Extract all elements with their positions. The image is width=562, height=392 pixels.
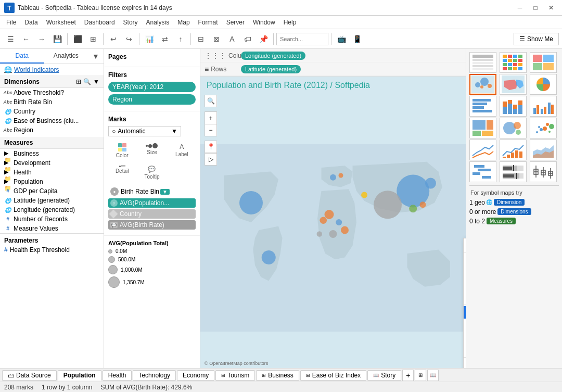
show-me-button[interactable]: ☰ Show Me <box>514 33 559 45</box>
measure-longitude[interactable]: 🌐 Longitude (generated) <box>0 205 104 214</box>
tab-analytics[interactable]: Analytics <box>44 49 88 64</box>
columns-pill[interactable]: Longitude (generated) <box>241 52 305 60</box>
thumb-scatter[interactable] <box>530 118 557 138</box>
measure-development[interactable]: ▶ 📁 Development <box>0 158 104 168</box>
filter-region[interactable]: Region <box>108 94 196 105</box>
ctx-drop-lines[interactable]: Drop Lines › <box>464 344 466 356</box>
menu-server[interactable]: Server <box>222 18 249 27</box>
thumb-stacked-bars[interactable] <box>500 96 527 117</box>
marks-country[interactable]: Country <box>108 209 196 219</box>
dim-birth-rate-bin[interactable]: Abc Birth Rate Bin <box>0 97 104 107</box>
panel-options-icon[interactable]: ▼ <box>88 49 104 64</box>
close-button[interactable]: ✕ <box>544 3 558 13</box>
map-search-button[interactable]: 🔍 <box>205 95 217 107</box>
measure-population[interactable]: ▶ 📁 Population <box>0 177 104 186</box>
measure-business[interactable]: ▶ 📁 Business <box>0 149 104 158</box>
toolbar-undo[interactable]: ↩ <box>106 32 121 46</box>
thumb-area-chart[interactable] <box>530 140 557 160</box>
tab-data[interactable]: Data <box>0 49 44 64</box>
ctx-trend-lines[interactable]: Trend Lines › <box>464 319 466 331</box>
tab-health[interactable]: Health <box>103 370 132 381</box>
toolbar-fit-height[interactable]: ⊠ <box>209 32 224 46</box>
thumb-line-chart[interactable] <box>469 140 496 160</box>
marks-color-ctrl[interactable]: Color <box>108 141 136 161</box>
menu-analysis[interactable]: Analysis <box>142 18 174 27</box>
thumb-text-table[interactable] <box>469 52 496 73</box>
dimensions-grid-icon[interactable]: ⊞ <box>76 78 81 85</box>
dim-country[interactable]: 🌐 Country <box>0 107 104 116</box>
ctx-forecast[interactable]: Forecast › <box>464 331 466 344</box>
marks-avg-birth-rate[interactable]: 💬 AVG(Birth Rate) <box>108 220 196 230</box>
tab-ease-of-biz[interactable]: ⊞ Ease of Biz Index <box>300 370 366 381</box>
toolbar-pin[interactable]: 📌 <box>256 32 271 46</box>
param-health-exp[interactable]: # Health Exp Threshold <box>4 245 99 255</box>
toolbar-save-button[interactable]: 💾 <box>50 32 65 46</box>
marks-avg-population[interactable]: ○ AVG(Population... <box>108 198 196 208</box>
menu-file[interactable]: File <box>2 18 20 27</box>
ctx-edit-locations[interactable]: Edit Locations... <box>464 291 466 304</box>
thumb-dual-line[interactable] <box>500 140 527 160</box>
tab-population[interactable]: Population <box>58 370 101 381</box>
menu-dashboard[interactable]: Dashboard <box>80 18 119 27</box>
thumb-heat-map[interactable] <box>500 52 527 73</box>
tab-business[interactable]: ⊞ Business <box>256 370 299 381</box>
toolbar-device[interactable]: 📱 <box>350 32 364 46</box>
thumb-pie-chart[interactable] <box>530 74 557 95</box>
toolbar-forward-button[interactable]: → <box>34 32 49 46</box>
toolbar-swap[interactable]: ⇄ <box>158 32 172 46</box>
toolbar-connect-data[interactable]: ⊞ <box>86 32 100 46</box>
ctx-copy[interactable]: Copy › <box>464 266 466 279</box>
thumb-gantt[interactable] <box>469 161 496 182</box>
ctx-format[interactable]: Format... <box>464 279 466 291</box>
thumb-horizontal-bars[interactable] <box>469 96 496 117</box>
tab-technology[interactable]: Technology <box>133 370 176 381</box>
dim-region[interactable]: Abc Region <box>0 125 104 135</box>
map-navigate-button[interactable]: ▷ <box>205 153 217 166</box>
toolbar-navigate-back[interactable]: ☰ <box>3 32 18 46</box>
tab-economy[interactable]: Economy <box>177 370 214 381</box>
add-dashboard-button[interactable]: ⊞ <box>415 370 426 381</box>
ctx-view-data[interactable]: View Data... <box>464 254 466 266</box>
measure-latitude[interactable]: 🌐 Latitude (generated) <box>0 196 104 205</box>
thumb-bullet[interactable] <box>500 161 527 182</box>
map-zoom-out[interactable]: − <box>205 124 217 136</box>
menu-worksheet[interactable]: Worksheet <box>42 18 80 27</box>
marks-birth-rate-bin[interactable]: ● Birth Rate Bin ▼ <box>108 186 196 197</box>
add-tab-button[interactable]: + <box>402 370 414 381</box>
tab-story[interactable]: 📖 Story <box>367 370 401 381</box>
toolbar-highlight[interactable]: A <box>225 32 239 46</box>
toolbar-sort-asc[interactable]: ↑ <box>173 32 188 46</box>
toolbar-label[interactable]: 🏷 <box>240 32 255 46</box>
dim-above-threshold[interactable]: Abc Above Threshold? <box>0 88 104 97</box>
toolbar-chart-type[interactable]: 📊 <box>142 32 157 46</box>
ctx-select-all[interactable]: Select All <box>464 238 466 251</box>
marks-type-dropdown[interactable]: ○Automatic ▼ <box>108 126 196 136</box>
ctx-annotate[interactable]: Annotate › <box>464 306 466 319</box>
dimensions-expand-icon[interactable]: ▼ <box>93 78 99 85</box>
measure-health[interactable]: ▶ 📁 Health <box>0 168 104 177</box>
marks-label-ctrl[interactable]: A Label <box>168 141 196 161</box>
toolbar-fit-width[interactable]: ⊟ <box>194 32 208 46</box>
toolbar-search[interactable] <box>276 33 328 45</box>
thumb-highlight-table[interactable] <box>530 52 557 73</box>
minimize-button[interactable]: ─ <box>513 3 527 13</box>
thumb-symbol-map[interactable] <box>469 74 496 95</box>
ctx-hide-toolbar[interactable]: 👁 Hide View Toolbar <box>464 359 466 368</box>
thumb-circles[interactable] <box>500 118 527 138</box>
map-pin-button[interactable]: 📍 <box>205 141 217 153</box>
toolbar-redo[interactable]: ↪ <box>122 32 136 46</box>
toolbar-present[interactable]: 📺 <box>334 32 349 46</box>
map-zoom-in[interactable]: + <box>205 111 217 124</box>
data-source-name[interactable]: World Indicators <box>14 66 59 73</box>
menu-data[interactable]: Data <box>20 18 42 27</box>
thumb-side-bars[interactable] <box>530 96 557 117</box>
dimensions-search-icon[interactable]: 🔍 <box>83 78 91 85</box>
marks-tooltip-ctrl[interactable]: 💬 Tooltip <box>138 163 165 182</box>
menu-help[interactable]: Help <box>279 18 301 27</box>
tab-tourism[interactable]: ⊞ Tourism <box>215 370 255 381</box>
data-source-selector[interactable]: 🌐 World Indicators <box>0 64 104 76</box>
thumb-box-plot[interactable] <box>530 161 557 182</box>
measure-gdp[interactable]: # GDP per Capita <box>0 186 104 196</box>
measure-values[interactable]: # Measure Values <box>0 224 104 233</box>
dim-ease-of-biz[interactable]: 🌐 Ease of Business (clu... <box>0 116 104 125</box>
